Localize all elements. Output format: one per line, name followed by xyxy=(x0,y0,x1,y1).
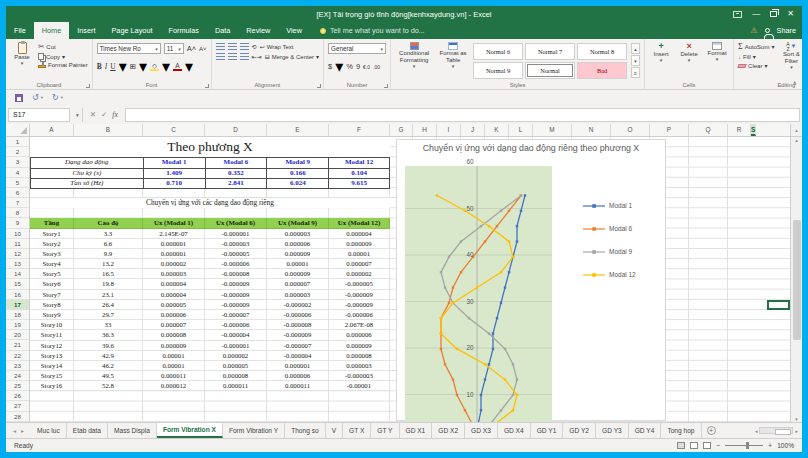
align-right-icon[interactable] xyxy=(240,53,249,60)
ribbon-tab-insert[interactable]: Insert xyxy=(69,22,103,39)
cell[interactable]: 0.000001 xyxy=(143,239,205,249)
row-header-5[interactable]: 5 xyxy=(6,178,29,188)
cell[interactable]: -0.000006 xyxy=(267,310,329,320)
cell[interactable]: 19.8 xyxy=(74,279,143,289)
row-header-7[interactable]: 7 xyxy=(6,198,29,208)
sheet-tab-gd-x1[interactable]: GD X1 xyxy=(400,423,433,438)
cell[interactable]: 0.000006 xyxy=(143,310,205,320)
cell[interactable]: 0.00001 xyxy=(143,351,205,361)
style-normal-8[interactable]: Normal 8 xyxy=(577,43,627,60)
undo-icon[interactable]: ↺ xyxy=(32,90,39,105)
cell[interactable]: -0.000001 xyxy=(205,229,267,239)
cell[interactable]: 0.000002 xyxy=(329,269,390,279)
cell[interactable]: 0.000004 xyxy=(143,279,205,289)
cell[interactable]: -0.000009 xyxy=(205,279,267,289)
cell[interactable]: 0.000009 xyxy=(267,249,329,259)
cell[interactable]: 0.000011 xyxy=(205,381,267,391)
sheet-tab-gd-y1[interactable]: GD Y1 xyxy=(531,423,564,438)
wrap-text-button[interactable]: ↩Wrap Text xyxy=(260,43,294,50)
orientation-button[interactable]: ⟲ xyxy=(252,43,257,50)
percent-button[interactable]: % xyxy=(346,62,353,71)
collapse-ribbon-button[interactable]: ∧ xyxy=(793,79,797,86)
cell[interactable]: -0.00001 xyxy=(329,381,390,391)
cell[interactable]: Chu kỳ (s) xyxy=(31,169,144,179)
ribbon-tab-page-layout[interactable]: Page Layout xyxy=(103,22,160,39)
cells-insert-button[interactable]: +Insert▾ xyxy=(649,41,673,65)
font-color-button[interactable]: A xyxy=(173,62,182,71)
cell[interactable]: 0.000006 xyxy=(267,239,329,249)
cell[interactable]: Story9 xyxy=(30,310,74,320)
warning-icon[interactable]: ⚠ xyxy=(750,26,757,35)
row-header-2[interactable]: 2 xyxy=(6,147,29,157)
underline-button[interactable]: U xyxy=(110,62,115,71)
style-normal-6[interactable]: Normal 6 xyxy=(473,43,523,60)
shrink-font-button[interactable]: A˅ xyxy=(199,46,207,52)
fill-color-button[interactable]: ◇ xyxy=(150,62,159,71)
cell[interactable]: -0.000001 xyxy=(205,341,267,351)
cell[interactable]: 13.2 xyxy=(74,259,143,269)
ribbon-tab-view[interactable]: View xyxy=(278,22,310,39)
cell[interactable]: -0.000003 xyxy=(205,239,267,249)
column-header-cell[interactable]: Ux (Modal 9) xyxy=(267,218,329,228)
cell[interactable]: 0.00001 xyxy=(267,259,329,269)
sheet-tab-tong-hop[interactable]: Tong hop xyxy=(661,423,701,438)
increase-decimal-button[interactable]: €.0 xyxy=(363,64,370,70)
borders-button[interactable]: ⊞ xyxy=(130,62,136,71)
cell[interactable]: 46.2 xyxy=(74,361,143,371)
row-header-19[interactable]: 19 xyxy=(6,320,29,330)
new-sheet-button[interactable]: + xyxy=(702,423,721,438)
cell[interactable]: 0.000003 xyxy=(267,290,329,300)
cell[interactable]: 26.4 xyxy=(74,300,143,310)
cell[interactable]: 0.000008 xyxy=(329,351,390,361)
row-header-16[interactable]: 16 xyxy=(6,290,29,300)
cell[interactable]: Story11 xyxy=(30,330,74,340)
page-layout-view-icon[interactable] xyxy=(690,442,698,449)
style-normal[interactable]: Normal xyxy=(525,62,575,79)
cell[interactable]: 49.5 xyxy=(74,371,143,381)
cell[interactable]: 0.000005 xyxy=(143,300,205,310)
active-cell-s17[interactable] xyxy=(767,300,790,311)
cell[interactable]: 0.000003 xyxy=(267,229,329,239)
cell[interactable]: 16.5 xyxy=(74,269,143,279)
col-header-k[interactable]: K xyxy=(485,124,509,136)
cell[interactable]: -0.000005 xyxy=(205,249,267,259)
cell[interactable]: Story10 xyxy=(30,320,74,330)
row-header-14[interactable]: 14 xyxy=(6,269,29,279)
number-dialog-launcher[interactable] xyxy=(384,84,388,88)
cell[interactable]: 29.7 xyxy=(74,310,143,320)
copy-button[interactable]: Copy ▾ xyxy=(38,53,88,60)
cell[interactable]: 0.000007 xyxy=(143,320,205,330)
sheet-title-cell[interactable]: Theo phương X xyxy=(30,137,390,157)
cell[interactable]: 1.409 xyxy=(144,169,206,179)
page-break-view-icon[interactable] xyxy=(703,442,711,449)
cell[interactable]: 0.00001 xyxy=(143,361,205,371)
ribbon-tab-formulas[interactable]: Formulas xyxy=(160,22,206,39)
hscroll-track[interactable] xyxy=(759,427,793,434)
row-header-21[interactable]: 21 xyxy=(6,340,29,350)
cell[interactable]: -0.000009 xyxy=(205,290,267,300)
cell[interactable]: Story15 xyxy=(30,371,74,381)
col-header-q[interactable]: Q xyxy=(689,124,728,136)
cell[interactable]: -0.000009 xyxy=(329,290,390,300)
sheet-tab-gt-x[interactable]: GT X xyxy=(343,423,371,438)
col-header-b[interactable]: B xyxy=(74,124,143,136)
cell[interactable]: 0.352 xyxy=(206,169,268,179)
cell[interactable]: 0.000008 xyxy=(205,371,267,381)
cell[interactable]: Dạng dao động xyxy=(31,158,144,168)
fill-button[interactable]: ↓Fill ▾ xyxy=(738,53,774,60)
cell[interactable]: Modal 9 xyxy=(267,158,329,168)
col-header-n[interactable]: N xyxy=(572,124,611,136)
row-header-24[interactable]: 24 xyxy=(6,371,29,381)
sheet-tab-v[interactable]: V xyxy=(326,423,343,438)
cell[interactable]: 0.00001 xyxy=(329,249,390,259)
sheet-tab-thong-so[interactable]: Thong so xyxy=(285,423,326,438)
sort-filter-button[interactable]: AZ▼ Sort & Filter▾ xyxy=(778,41,802,72)
zoom-thumb[interactable] xyxy=(746,442,749,449)
row-header-13[interactable]: 13 xyxy=(6,259,29,269)
align-middle-icon[interactable] xyxy=(228,43,237,50)
insert-function-icon[interactable]: fx xyxy=(112,110,117,119)
conditional-formatting-button[interactable]: Conditional Formatting▾ xyxy=(395,41,433,71)
cell[interactable]: 0.000004 xyxy=(143,290,205,300)
scroll-up-icon[interactable]: ▴ xyxy=(795,137,798,143)
col-header-s[interactable]: S xyxy=(751,124,756,136)
